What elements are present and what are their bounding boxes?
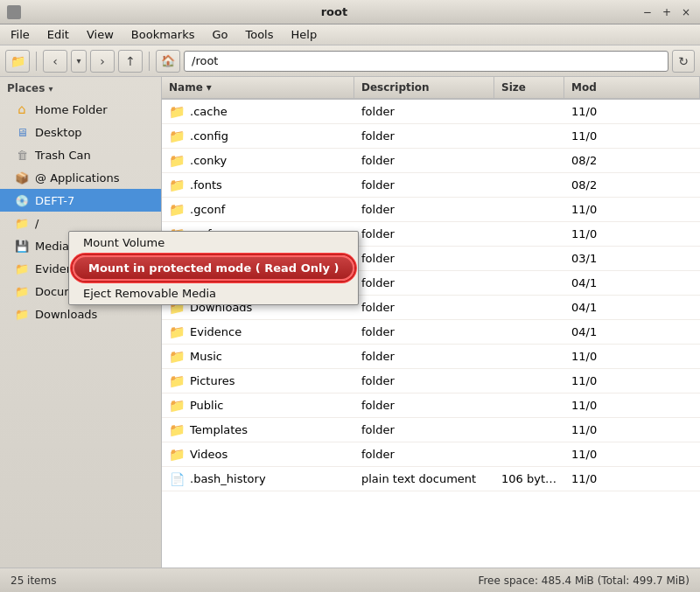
file-type-icon: 📁	[169, 422, 185, 438]
cell-size	[494, 282, 564, 285]
home-button[interactable]: 🏠	[156, 50, 180, 73]
back-dropdown-button[interactable]: ▾	[71, 50, 87, 73]
cell-name: 📁 Music	[162, 347, 354, 366]
forward-button[interactable]: ›	[90, 50, 115, 73]
sidebar-label-deft: DEFT-7	[35, 194, 74, 207]
sidebar-item-trash[interactable]: 🗑 Trash Can	[0, 143, 161, 166]
cell-description: folder	[354, 299, 494, 316]
column-header-size[interactable]: Size	[494, 77, 564, 98]
maximize-button[interactable]: +	[660, 6, 674, 18]
cell-size	[494, 355, 564, 359]
menu-view[interactable]: View	[80, 27, 121, 42]
cell-size	[494, 208, 564, 212]
table-row[interactable]: 📁 Evidence folder 04/1	[162, 320, 700, 345]
table-row[interactable]: 📁 .gconf folder 11/0	[162, 198, 700, 222]
table-row[interactable]: 📁 Videos folder 11/0	[162, 442, 700, 467]
cell-description: folder	[354, 348, 494, 365]
close-button[interactable]: ×	[679, 6, 693, 18]
menu-file[interactable]: File	[4, 27, 37, 42]
file-name: .fonts	[190, 178, 222, 192]
column-header-modified[interactable]: Mod	[564, 77, 700, 98]
context-menu-mount-protected[interactable]: Mount in protected mode ( Read Only )	[73, 255, 162, 281]
documents-icon: 📁	[14, 283, 30, 299]
context-menu-mount-volume[interactable]: Mount Volume	[69, 232, 162, 254]
cell-description: plain text document	[354, 470, 494, 487]
cell-size	[494, 428, 564, 432]
cell-name: 📁 .cache	[162, 102, 354, 122]
sidebar-dropdown-icon: ▾	[48, 84, 52, 94]
cell-name: 📁 .fonts	[162, 176, 354, 195]
cell-size	[494, 331, 564, 334]
file-type-icon: 📁	[169, 398, 185, 414]
applications-icon: 📦	[14, 170, 30, 185]
menu-bookmarks[interactable]: Bookmarks	[124, 27, 202, 42]
sort-icon: ▾	[206, 81, 212, 94]
table-row[interactable]: 📁 Public folder 11/0	[162, 394, 700, 418]
cell-description: folder	[354, 446, 494, 463]
cell-modified: 08/2	[564, 177, 700, 193]
toolbar-separator	[36, 52, 37, 71]
cell-description: folder	[354, 152, 494, 169]
cell-size	[494, 306, 564, 310]
cell-description: folder	[354, 250, 494, 267]
menu-help[interactable]: Help	[284, 27, 325, 42]
file-name: Pictures	[190, 374, 234, 387]
table-row[interactable]: 📁 .fonts folder 08/2	[162, 173, 700, 198]
file-name: .conky	[190, 154, 227, 167]
desktop-icon: 🖥	[14, 124, 30, 140]
sidebar-label-downloads: Downloads	[35, 308, 97, 321]
table-row[interactable]: 📁 .conky folder 08/2	[162, 149, 700, 173]
file-name: .gconf	[190, 203, 225, 216]
back-button[interactable]: ‹	[43, 50, 67, 73]
table-row[interactable]: 📁 Templates folder 11/0	[162, 418, 700, 442]
cell-size	[494, 380, 564, 383]
menu-edit[interactable]: Edit	[40, 27, 76, 42]
cell-description: folder	[354, 373, 494, 389]
sidebar-item-downloads[interactable]: 📁 Downloads	[0, 303, 161, 325]
cell-size	[494, 110, 564, 114]
file-name: .cache	[190, 105, 228, 118]
table-row[interactable]: 📄 .bash_history plain text document 106 …	[162, 467, 700, 491]
location-bar[interactable]: /root	[184, 51, 668, 72]
cell-modified: 04/1	[564, 324, 700, 340]
reload-button[interactable]: ↻	[672, 50, 695, 73]
file-name: Templates	[190, 423, 248, 436]
table-row[interactable]: 📁 Music folder 11/0	[162, 345, 700, 369]
sidebar-item-applications[interactable]: 📦 @ Applications	[0, 166, 161, 189]
menu-go[interactable]: Go	[205, 27, 234, 42]
cell-modified: 11/0	[564, 103, 700, 120]
sidebar-label-applications: @ Applications	[35, 171, 120, 185]
item-count: 25 items	[10, 575, 56, 587]
cell-name: 📁 .gconf	[162, 200, 354, 219]
sidebar-label-media: Media	[35, 240, 69, 253]
column-header-name[interactable]: Name ▾	[162, 77, 354, 98]
menu-tools[interactable]: Tools	[238, 27, 280, 42]
up-button[interactable]: ↑	[118, 50, 143, 73]
sidebar-item-desktop[interactable]: 🖥 Desktop	[0, 121, 161, 143]
sidebar-item-deft[interactable]: 💿 DEFT-7	[0, 189, 161, 212]
table-row[interactable]: 📁 Pictures folder 11/0	[162, 369, 700, 394]
context-menu-eject[interactable]: Eject Removable Media	[69, 282, 162, 304]
file-type-icon: 📁	[169, 202, 185, 218]
media-icon: 💾	[14, 238, 30, 254]
toolbar-separator-2	[149, 52, 150, 71]
sidebar-item-home-folder[interactable]: ⌂ Home Folder	[0, 98, 161, 121]
file-name: Public	[190, 399, 223, 412]
new-folder-button[interactable]: 📁	[5, 50, 30, 73]
cell-modified: 11/0	[564, 470, 700, 487]
app-icon	[7, 5, 21, 19]
file-name: Videos	[190, 448, 228, 461]
cell-size: 106 bytes	[494, 470, 564, 487]
minimize-button[interactable]: −	[640, 6, 654, 18]
table-row[interactable]: 📁 .config folder 11/0	[162, 124, 700, 149]
status-bar: 25 items Free space: 485.4 MiB (Total: 4…	[0, 568, 700, 592]
cell-size	[494, 233, 564, 236]
table-row[interactable]: 📁 .cache folder 11/0	[162, 100, 700, 124]
cell-description: folder	[354, 226, 494, 242]
cell-size	[494, 159, 564, 163]
cell-description: folder	[354, 201, 494, 218]
cell-name: 📄 .bash_history	[162, 470, 354, 489]
column-header-description[interactable]: Description	[354, 77, 494, 98]
cell-modified: 11/0	[564, 348, 700, 365]
cell-name: 📁 Templates	[162, 421, 354, 440]
